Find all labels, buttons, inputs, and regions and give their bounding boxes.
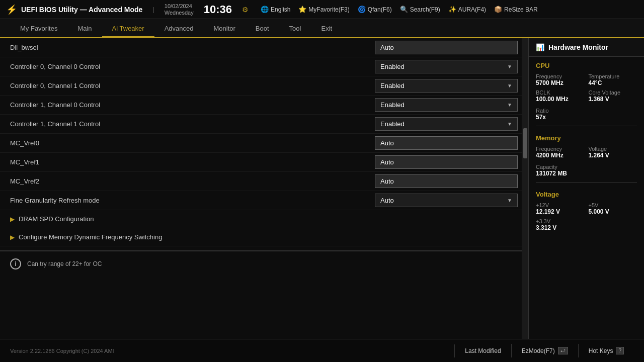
- mc-vref2-value: Auto: [371, 172, 522, 190]
- tool-aura[interactable]: ✨ AURA(F4): [448, 6, 486, 13]
- nav-tool[interactable]: Tool: [279, 21, 311, 36]
- settings-gear-icon[interactable]: ⚙: [242, 6, 249, 14]
- nav-my-favorites[interactable]: My Favorites: [10, 21, 67, 36]
- hw-memory-title: Memory: [529, 129, 644, 144]
- table-row: Controller 1, Channel 1 Control Enabled …: [0, 115, 522, 134]
- table-row: MC_Vref0 Auto: [0, 134, 522, 153]
- ctrl1-ch1-label: Controller 1, Channel 1 Control: [0, 116, 371, 132]
- ctrl0-ch1-label: Controller 0, Channel 1 Control: [0, 78, 371, 94]
- mc-vref1-input[interactable]: Auto: [375, 155, 518, 169]
- header: ⚡ UEFI BIOS Utility — Advanced Mode | 10…: [0, 0, 644, 19]
- footer-buttons: Last Modified EzMode(F7) ⮐ Hot Keys ?: [454, 344, 634, 357]
- tool-qfan[interactable]: 🌀 Qfan(F6): [358, 6, 392, 13]
- header-divider: |: [152, 6, 154, 13]
- cpu-frequency-label: Frequency 5700 MHz: [536, 71, 585, 86]
- volt-5v-label: +5V 5.000 V: [589, 200, 637, 215]
- day-display: Wednesday: [165, 10, 194, 16]
- datetime-area: 10/02/2024 Wednesday: [165, 3, 194, 15]
- ezmode-key-icon: ⮐: [558, 347, 568, 354]
- last-modified-label: Last Modified: [465, 347, 501, 354]
- mc-vref1-value: Auto: [371, 153, 522, 171]
- mem-capacity-area: Capacity 131072 MB: [529, 162, 644, 179]
- hw-cpu-grid: Frequency 5700 MHz Temperature 44°C BCLK…: [529, 71, 644, 106]
- ctrl1-ch1-value: Enabled ▼: [371, 115, 522, 133]
- nav-advanced[interactable]: Advanced: [154, 21, 204, 36]
- mc-vref0-input[interactable]: Auto: [375, 136, 518, 150]
- ctrl0-ch1-dropdown[interactable]: Enabled ▼: [375, 79, 518, 93]
- tool-language[interactable]: 🌐 English: [261, 6, 290, 13]
- mem-frequency-label: Frequency 4200 MHz: [536, 144, 585, 159]
- info-icon: i: [10, 258, 21, 269]
- mc-vref2-label: MC_Vref2: [0, 173, 371, 189]
- mem-dyn-freq-label: Configure Memory Dynamic Frequency Switc…: [19, 233, 162, 241]
- ctrl0-ch0-label: Controller 0, Channel 0 Control: [0, 59, 371, 74]
- mc-vref0-value: Auto: [371, 134, 522, 152]
- mc-vref2-input[interactable]: Auto: [375, 174, 518, 188]
- hw-divider-memory: [536, 182, 637, 183]
- hw-voltage-title: Voltage: [529, 186, 644, 200]
- nav-monitor[interactable]: Monitor: [204, 21, 246, 36]
- table-row: Controller 1, Channel 0 Control Enabled …: [0, 96, 522, 115]
- hardware-monitor-panel: 📊 Hardware Monitor CPU Frequency 5700 MH…: [528, 38, 644, 339]
- last-modified-button[interactable]: Last Modified: [454, 344, 511, 357]
- content-with-scrollbar: Dll_bwsel Auto Controller 0, Channel 0 C…: [0, 38, 528, 339]
- tool-myfavorite[interactable]: ⭐ MyFavorite(F3): [298, 6, 349, 13]
- expand-arrow-icon: ▶: [10, 234, 15, 241]
- volt-12v-label: +12V 12.192 V: [536, 200, 585, 215]
- hw-panel-title: Hardware Monitor: [548, 43, 608, 51]
- scrollbar-thumb[interactable]: [523, 128, 527, 158]
- fine-gran-label: Fine Granularity Refresh mode: [0, 193, 371, 208]
- info-text: Can try range of 22+ for OC: [27, 260, 102, 267]
- mc-vref1-label: MC_Vref1: [0, 154, 371, 170]
- nav-ai-tweaker[interactable]: Ai Tweaker: [102, 21, 154, 37]
- table-row: Fine Granularity Refresh mode Auto ▼: [0, 191, 522, 210]
- dram-spd-label: DRAM SPD Configuration: [19, 215, 94, 223]
- main-layout: Dll_bwsel Auto Controller 0, Channel 0 C…: [0, 38, 644, 339]
- scrollbar[interactable]: [522, 38, 528, 339]
- version-text: Version 2.22.1286 Copyright (C) 2024 AMI: [10, 348, 114, 354]
- hot-keys-button[interactable]: Hot Keys ?: [578, 344, 634, 357]
- monitor-icon: 📊: [536, 43, 544, 51]
- nav-bar: My Favorites Main Ai Tweaker Advanced Mo…: [0, 19, 644, 38]
- fine-gran-value: Auto ▼: [371, 192, 522, 209]
- dll-bwsel-value: Auto: [371, 39, 522, 56]
- dll-bwsel-input[interactable]: Auto: [375, 41, 518, 54]
- fine-gran-dropdown[interactable]: Auto ▼: [375, 194, 518, 207]
- nav-main[interactable]: Main: [67, 21, 102, 36]
- chevron-down-icon: ▼: [507, 102, 512, 108]
- hot-keys-key-icon: ?: [616, 347, 624, 354]
- globe-icon: 🌐: [261, 6, 269, 13]
- info-bar: i Can try range of 22+ for OC: [0, 251, 522, 276]
- resize-icon: 📦: [494, 6, 502, 13]
- cpu-ratio-area: Ratio 57x: [529, 106, 644, 123]
- table-row: MC_Vref1 Auto: [0, 153, 522, 172]
- asus-logo-icon: ⚡: [6, 4, 17, 15]
- ctrl1-ch0-label: Controller 1, Channel 0 Control: [0, 97, 371, 113]
- ctrl1-ch0-dropdown[interactable]: Enabled ▼: [375, 98, 518, 112]
- cpu-temperature-label: Temperature 44°C: [589, 71, 637, 86]
- nav-boot[interactable]: Boot: [246, 21, 279, 36]
- chevron-down-icon: ▼: [507, 121, 512, 127]
- nav-exit[interactable]: Exit: [311, 21, 342, 36]
- tool-search[interactable]: 🔍 Search(F9): [400, 6, 440, 13]
- star-icon: ⭐: [298, 6, 306, 13]
- app-title: UEFI BIOS Utility — Advanced Mode: [21, 6, 142, 14]
- date-display: 10/02/2024: [165, 3, 194, 9]
- chevron-down-icon: ▼: [507, 198, 512, 203]
- clock-display: 10:36: [204, 3, 232, 16]
- header-tools: 🌐 English ⭐ MyFavorite(F3) 🌀 Qfan(F6) 🔍 …: [261, 6, 538, 13]
- expand-dram-spd[interactable]: ▶ DRAM SPD Configuration: [0, 210, 522, 228]
- expand-arrow-icon: ▶: [10, 216, 15, 223]
- hw-voltage-grid: +12V 12.192 V +5V 5.000 V +3.3V 3.312 V: [529, 200, 644, 234]
- mc-vref0-label: MC_Vref0: [0, 135, 371, 151]
- footer: Version 2.22.1286 Copyright (C) 2024 AMI…: [0, 339, 644, 362]
- hw-divider-cpu: [536, 126, 637, 126]
- dll-bwsel-label: Dll_bwsel: [0, 40, 371, 55]
- ctrl0-ch0-dropdown[interactable]: Enabled ▼: [375, 60, 518, 73]
- ctrl1-ch1-dropdown[interactable]: Enabled ▼: [375, 117, 518, 131]
- mem-voltage-label: Voltage 1.264 V: [589, 144, 637, 159]
- tool-resize-bar[interactable]: 📦 ReSize BAR: [494, 6, 538, 13]
- ezmode-button[interactable]: EzMode(F7) ⮐: [511, 344, 578, 357]
- cpu-bclk-label: BCLK 100.00 MHz: [536, 87, 585, 103]
- expand-mem-dyn-freq[interactable]: ▶ Configure Memory Dynamic Frequency Swi…: [0, 228, 522, 246]
